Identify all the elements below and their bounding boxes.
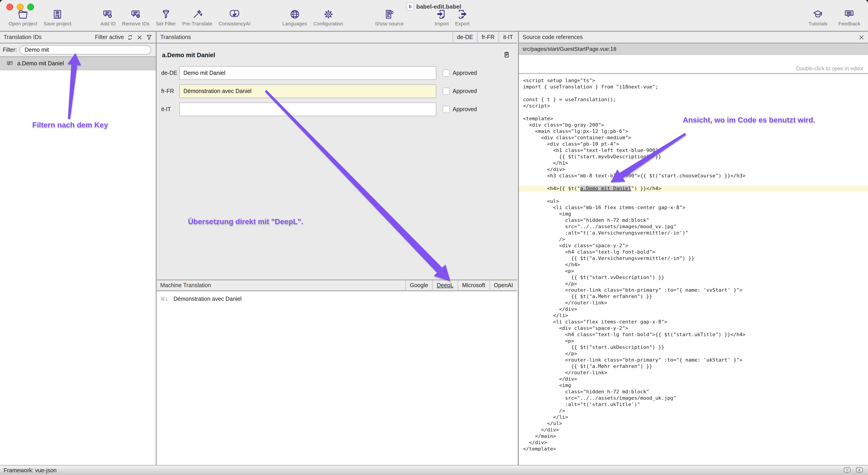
code-line xyxy=(519,179,868,185)
code-line: <script setup lang="ts"> xyxy=(519,77,868,84)
mt-shortcut-label: ⌘1 xyxy=(160,296,168,302)
code-line: <li class="mb-16 flex items-center gap-x… xyxy=(519,205,868,211)
translation-id-item[interactable]: a.Demo mit Daniel xyxy=(0,57,156,70)
toolbar-label: Open project xyxy=(9,21,37,26)
globe-icon xyxy=(289,9,300,20)
code-line: <h4 class="text-lg font-bold"> xyxy=(519,249,868,256)
toolbar-label: Show source xyxy=(375,21,404,26)
toolbar-label: Save project xyxy=(43,21,71,26)
entry-header: a.Demo mit Daniel xyxy=(157,43,517,59)
code-line: </li> xyxy=(519,414,868,420)
toolbar-configuration-button[interactable]: Configuration xyxy=(310,9,346,26)
toolbar-group: Open projectSave project xyxy=(5,9,74,26)
toolbar-save-project-button[interactable]: Save project xyxy=(40,9,74,26)
toolbar-export-button[interactable]: Export xyxy=(452,9,473,26)
close-panel-icon[interactable] xyxy=(859,34,868,40)
translation-input-fr-fr[interactable] xyxy=(179,84,436,98)
remove-ids-icon xyxy=(130,9,142,20)
code-line: src="../../assets/images/mood_uk.jpg" xyxy=(519,395,868,402)
mt-provider-tab-deepl[interactable]: DeepL xyxy=(432,279,458,291)
language-tab-fr-fr[interactable]: fr-FR xyxy=(477,31,499,43)
code-line: <img xyxy=(519,382,868,389)
toolbar-groups: Open projectSave projectAdd IDRemove IDs… xyxy=(0,9,473,26)
refresh-icon[interactable] xyxy=(127,34,133,41)
mt-provider-tab-openai[interactable]: OpenAI xyxy=(489,279,517,291)
show-source-icon xyxy=(383,9,395,20)
translation-input-it-it[interactable] xyxy=(179,103,436,116)
gear-icon xyxy=(322,9,334,20)
approved-control: Approved xyxy=(443,106,477,113)
approved-label: Approved xyxy=(453,88,477,94)
language-label: de-DE xyxy=(157,70,179,76)
source-code-panel: Source code references src/pages/start/G… xyxy=(518,32,868,465)
code-line xyxy=(519,90,868,97)
ids-list: a.Demo mit Daniel xyxy=(0,57,156,70)
toolbar-tutorials-button[interactable]: Tutorials xyxy=(805,9,831,26)
toolbar-set-filter-button[interactable]: Set Filter xyxy=(153,9,179,26)
toolbar-label: Import xyxy=(435,21,449,26)
toolbar-group: LanguagesConfiguration xyxy=(279,9,346,26)
mt-result-row[interactable]: ⌘1Démonstration avec Daniel xyxy=(157,291,517,302)
machine-translation-title: Machine Translation xyxy=(157,282,405,289)
ids-panel-header: Translation IDs Filter active xyxy=(0,32,156,43)
id-filter-input[interactable] xyxy=(20,45,151,55)
code-line: <h1 class="text-left text-blue-900"> xyxy=(519,147,868,154)
mt-provider-tab-microsoft[interactable]: Microsoft xyxy=(458,279,489,291)
toolbar-feedback-button[interactable]: Feedback xyxy=(835,9,864,26)
code-line: <p> xyxy=(519,268,868,274)
code-line: :alt="t('a.Versicherungsvermittler/-in')… xyxy=(519,230,868,236)
translations-panel: Translations de-DEfr-FRit-IT a.Demo mit … xyxy=(157,32,517,465)
translation-rows: de-DEApprovedfr-FRApprovedit-ITApproved xyxy=(157,66,517,116)
notes-icon[interactable] xyxy=(502,51,511,59)
editor-hint-row: Double-click to open in editor xyxy=(519,55,868,74)
save-project-icon xyxy=(52,9,63,20)
approved-checkbox-de-de[interactable] xyxy=(443,69,450,77)
toolbar-languages-button[interactable]: Languages xyxy=(279,9,310,26)
toolbar-remove-ids-button[interactable]: Remove IDs xyxy=(119,9,153,26)
translations-header: Translations de-DEfr-FRit-IT xyxy=(157,32,517,43)
code-line: <h4>{{ $t("a.Demo mit Daniel") }}</h4> xyxy=(519,185,868,192)
code-line: <div class="space-y-2"> xyxy=(519,325,868,332)
code-line: <div class="bg-gray-200"> xyxy=(519,122,868,128)
code-line: </main> xyxy=(519,433,868,440)
code-line: </p> xyxy=(519,281,868,287)
code-line: /> xyxy=(519,236,868,243)
toolbar-import-button[interactable]: Import xyxy=(432,9,452,26)
source-reference-row[interactable]: src/pages/start/GuestStartPage.vue:18 xyxy=(519,43,868,55)
translations-title: Translations xyxy=(157,34,453,40)
language-label: it-IT xyxy=(157,106,179,112)
code-line: <template> xyxy=(519,116,868,122)
code-line: src="../../assets/images/mood_vv.jpg" xyxy=(519,224,868,230)
clear-filter-icon[interactable] xyxy=(136,34,143,41)
approved-checkbox-it-it[interactable] xyxy=(443,106,450,113)
highlighted-translation-key: a.Demo mit Daniel xyxy=(580,185,631,192)
changelog-bubble-icon[interactable] xyxy=(843,466,851,474)
code-line: <div class="pb-10 pt-4"> xyxy=(519,141,868,147)
feedback-icon xyxy=(844,9,855,20)
approved-label: Approved xyxy=(453,106,477,112)
code-line: </h1> xyxy=(519,160,868,167)
code-line: <ul> xyxy=(519,198,868,205)
code-line: <router-link class="btn-primary" :to="{ … xyxy=(519,357,868,363)
approved-checkbox-fr-fr[interactable] xyxy=(443,88,450,95)
toolbar-open-project-button[interactable]: Open project xyxy=(5,9,40,26)
translation-ids-panel: Translation IDs Filter active Filter: a.… xyxy=(0,32,157,465)
toolbar-pre-translate-button[interactable]: Pre-Translate xyxy=(179,9,215,26)
machine-translation-header: Machine Translation GoogleDeepLMicrosoft… xyxy=(157,279,517,291)
code-line: <router-link class="btn-primary" :to="{ … xyxy=(519,287,868,294)
language-tab-it-it[interactable]: it-IT xyxy=(499,31,517,43)
translation-input-de-de[interactable] xyxy=(179,66,436,80)
filter-funnel-icon[interactable] xyxy=(146,34,153,41)
language-tab-de-de[interactable]: de-DE xyxy=(453,31,477,43)
code-line: <h4 class="text-lg font-bold">{{ $t("sta… xyxy=(519,332,868,338)
toolbar-show-source-button[interactable]: Show source xyxy=(372,9,407,26)
toolbar-consistencyai-button[interactable]: ConsistencyAI xyxy=(215,9,254,26)
rate-star-bubble-icon[interactable] xyxy=(855,466,864,474)
translation-row-fr-fr: fr-FRApproved xyxy=(157,84,517,98)
toolbar-label: Feedback xyxy=(838,21,860,26)
mt-provider-tab-google[interactable]: Google xyxy=(405,279,432,291)
code-line: <img xyxy=(519,211,868,217)
main-area: Translation IDs Filter active Filter: a.… xyxy=(0,32,868,465)
toolbar-add-id-button[interactable]: Add ID xyxy=(97,9,119,26)
code-line: class="hidden h-72 md:block" xyxy=(519,389,868,395)
